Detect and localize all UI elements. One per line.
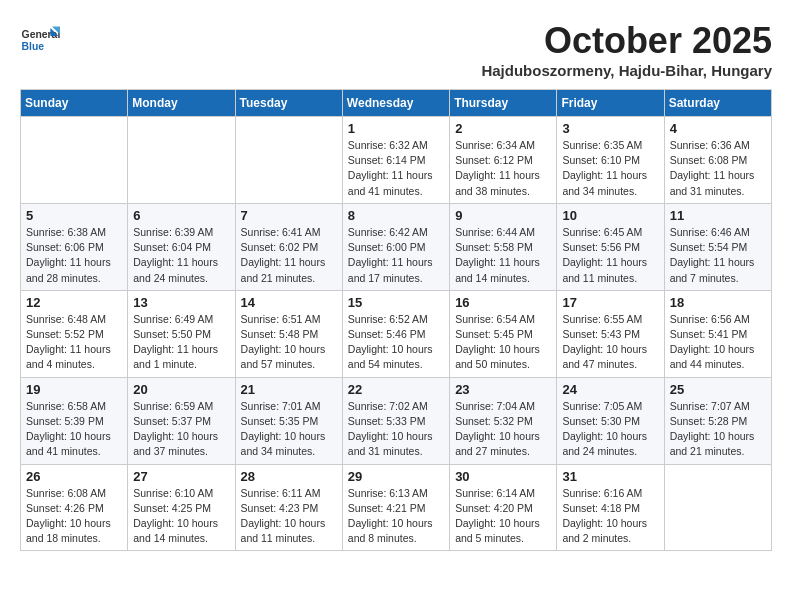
day-info: Sunrise: 6:11 AM Sunset: 4:23 PM Dayligh… [241, 486, 337, 547]
day-number: 30 [455, 469, 551, 484]
calendar-cell: 8Sunrise: 6:42 AM Sunset: 6:00 PM Daylig… [342, 203, 449, 290]
day-number: 9 [455, 208, 551, 223]
day-info: Sunrise: 6:58 AM Sunset: 5:39 PM Dayligh… [26, 399, 122, 460]
calendar-header-tuesday: Tuesday [235, 90, 342, 117]
calendar-cell: 16Sunrise: 6:54 AM Sunset: 5:45 PM Dayli… [450, 290, 557, 377]
day-number: 14 [241, 295, 337, 310]
day-number: 13 [133, 295, 229, 310]
calendar-header-friday: Friday [557, 90, 664, 117]
day-info: Sunrise: 6:45 AM Sunset: 5:56 PM Dayligh… [562, 225, 658, 286]
calendar-cell: 4Sunrise: 6:36 AM Sunset: 6:08 PM Daylig… [664, 117, 771, 204]
header: General Blue October 2025 Hajduboszormen… [20, 20, 772, 79]
day-number: 17 [562, 295, 658, 310]
day-info: Sunrise: 6:08 AM Sunset: 4:26 PM Dayligh… [26, 486, 122, 547]
day-info: Sunrise: 6:13 AM Sunset: 4:21 PM Dayligh… [348, 486, 444, 547]
calendar-week-row: 26Sunrise: 6:08 AM Sunset: 4:26 PM Dayli… [21, 464, 772, 551]
calendar-cell: 7Sunrise: 6:41 AM Sunset: 6:02 PM Daylig… [235, 203, 342, 290]
day-info: Sunrise: 6:59 AM Sunset: 5:37 PM Dayligh… [133, 399, 229, 460]
calendar-cell: 2Sunrise: 6:34 AM Sunset: 6:12 PM Daylig… [450, 117, 557, 204]
calendar-cell: 25Sunrise: 7:07 AM Sunset: 5:28 PM Dayli… [664, 377, 771, 464]
calendar-cell [21, 117, 128, 204]
day-info: Sunrise: 6:51 AM Sunset: 5:48 PM Dayligh… [241, 312, 337, 373]
calendar-week-row: 1Sunrise: 6:32 AM Sunset: 6:14 PM Daylig… [21, 117, 772, 204]
calendar-cell: 24Sunrise: 7:05 AM Sunset: 5:30 PM Dayli… [557, 377, 664, 464]
day-number: 7 [241, 208, 337, 223]
day-number: 28 [241, 469, 337, 484]
calendar: SundayMondayTuesdayWednesdayThursdayFrid… [20, 89, 772, 551]
calendar-cell: 13Sunrise: 6:49 AM Sunset: 5:50 PM Dayli… [128, 290, 235, 377]
subtitle: Hajduboszormeny, Hajdu-Bihar, Hungary [481, 62, 772, 79]
day-number: 27 [133, 469, 229, 484]
day-info: Sunrise: 6:10 AM Sunset: 4:25 PM Dayligh… [133, 486, 229, 547]
day-info: Sunrise: 6:16 AM Sunset: 4:18 PM Dayligh… [562, 486, 658, 547]
day-info: Sunrise: 6:41 AM Sunset: 6:02 PM Dayligh… [241, 225, 337, 286]
day-info: Sunrise: 6:39 AM Sunset: 6:04 PM Dayligh… [133, 225, 229, 286]
day-number: 15 [348, 295, 444, 310]
day-number: 25 [670, 382, 766, 397]
calendar-cell: 20Sunrise: 6:59 AM Sunset: 5:37 PM Dayli… [128, 377, 235, 464]
calendar-header-saturday: Saturday [664, 90, 771, 117]
svg-text:Blue: Blue [22, 41, 45, 52]
calendar-week-row: 19Sunrise: 6:58 AM Sunset: 5:39 PM Dayli… [21, 377, 772, 464]
day-number: 3 [562, 121, 658, 136]
calendar-cell [235, 117, 342, 204]
day-info: Sunrise: 6:36 AM Sunset: 6:08 PM Dayligh… [670, 138, 766, 199]
calendar-cell: 1Sunrise: 6:32 AM Sunset: 6:14 PM Daylig… [342, 117, 449, 204]
day-number: 20 [133, 382, 229, 397]
day-number: 22 [348, 382, 444, 397]
calendar-cell: 9Sunrise: 6:44 AM Sunset: 5:58 PM Daylig… [450, 203, 557, 290]
day-number: 31 [562, 469, 658, 484]
day-info: Sunrise: 7:02 AM Sunset: 5:33 PM Dayligh… [348, 399, 444, 460]
day-info: Sunrise: 6:38 AM Sunset: 6:06 PM Dayligh… [26, 225, 122, 286]
day-info: Sunrise: 7:07 AM Sunset: 5:28 PM Dayligh… [670, 399, 766, 460]
day-info: Sunrise: 6:56 AM Sunset: 5:41 PM Dayligh… [670, 312, 766, 373]
day-info: Sunrise: 6:35 AM Sunset: 6:10 PM Dayligh… [562, 138, 658, 199]
calendar-cell: 21Sunrise: 7:01 AM Sunset: 5:35 PM Dayli… [235, 377, 342, 464]
day-info: Sunrise: 7:05 AM Sunset: 5:30 PM Dayligh… [562, 399, 658, 460]
calendar-header-monday: Monday [128, 90, 235, 117]
day-number: 24 [562, 382, 658, 397]
calendar-cell: 3Sunrise: 6:35 AM Sunset: 6:10 PM Daylig… [557, 117, 664, 204]
calendar-cell: 30Sunrise: 6:14 AM Sunset: 4:20 PM Dayli… [450, 464, 557, 551]
calendar-header-wednesday: Wednesday [342, 90, 449, 117]
calendar-cell: 22Sunrise: 7:02 AM Sunset: 5:33 PM Dayli… [342, 377, 449, 464]
calendar-cell: 5Sunrise: 6:38 AM Sunset: 6:06 PM Daylig… [21, 203, 128, 290]
calendar-cell: 6Sunrise: 6:39 AM Sunset: 6:04 PM Daylig… [128, 203, 235, 290]
day-info: Sunrise: 7:04 AM Sunset: 5:32 PM Dayligh… [455, 399, 551, 460]
calendar-cell: 12Sunrise: 6:48 AM Sunset: 5:52 PM Dayli… [21, 290, 128, 377]
day-number: 4 [670, 121, 766, 136]
day-number: 16 [455, 295, 551, 310]
calendar-cell: 15Sunrise: 6:52 AM Sunset: 5:46 PM Dayli… [342, 290, 449, 377]
day-info: Sunrise: 6:55 AM Sunset: 5:43 PM Dayligh… [562, 312, 658, 373]
day-number: 26 [26, 469, 122, 484]
day-number: 29 [348, 469, 444, 484]
calendar-cell: 19Sunrise: 6:58 AM Sunset: 5:39 PM Dayli… [21, 377, 128, 464]
title-area: October 2025 Hajduboszormeny, Hajdu-Biha… [481, 20, 772, 79]
logo-icon: General Blue [20, 20, 60, 60]
day-info: Sunrise: 6:54 AM Sunset: 5:45 PM Dayligh… [455, 312, 551, 373]
calendar-cell [664, 464, 771, 551]
day-number: 5 [26, 208, 122, 223]
calendar-cell [128, 117, 235, 204]
day-info: Sunrise: 6:48 AM Sunset: 5:52 PM Dayligh… [26, 312, 122, 373]
day-number: 2 [455, 121, 551, 136]
calendar-cell: 31Sunrise: 6:16 AM Sunset: 4:18 PM Dayli… [557, 464, 664, 551]
day-number: 23 [455, 382, 551, 397]
day-number: 1 [348, 121, 444, 136]
calendar-week-row: 5Sunrise: 6:38 AM Sunset: 6:06 PM Daylig… [21, 203, 772, 290]
calendar-cell: 17Sunrise: 6:55 AM Sunset: 5:43 PM Dayli… [557, 290, 664, 377]
calendar-cell: 23Sunrise: 7:04 AM Sunset: 5:32 PM Dayli… [450, 377, 557, 464]
calendar-cell: 11Sunrise: 6:46 AM Sunset: 5:54 PM Dayli… [664, 203, 771, 290]
month-title: October 2025 [481, 20, 772, 62]
day-number: 18 [670, 295, 766, 310]
day-info: Sunrise: 6:14 AM Sunset: 4:20 PM Dayligh… [455, 486, 551, 547]
calendar-week-row: 12Sunrise: 6:48 AM Sunset: 5:52 PM Dayli… [21, 290, 772, 377]
calendar-header-sunday: Sunday [21, 90, 128, 117]
calendar-header-thursday: Thursday [450, 90, 557, 117]
day-number: 6 [133, 208, 229, 223]
calendar-cell: 18Sunrise: 6:56 AM Sunset: 5:41 PM Dayli… [664, 290, 771, 377]
day-info: Sunrise: 6:49 AM Sunset: 5:50 PM Dayligh… [133, 312, 229, 373]
day-number: 10 [562, 208, 658, 223]
calendar-cell: 10Sunrise: 6:45 AM Sunset: 5:56 PM Dayli… [557, 203, 664, 290]
day-info: Sunrise: 6:46 AM Sunset: 5:54 PM Dayligh… [670, 225, 766, 286]
